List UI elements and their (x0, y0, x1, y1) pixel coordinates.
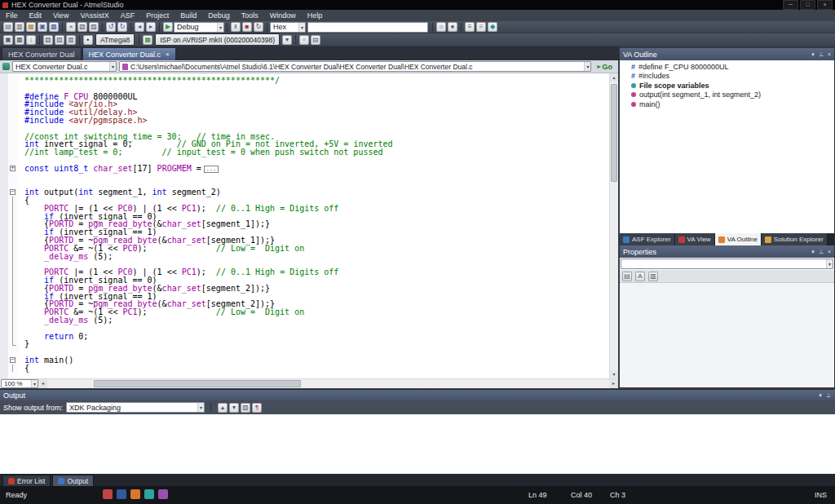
navigate-forward-icon[interactable]: ▸ (146, 22, 156, 32)
chevron-down-icon[interactable]: ▾ (584, 62, 590, 71)
open-file-icon[interactable]: ▦ (26, 22, 36, 32)
program-device-icon[interactable]: ↓ (26, 35, 36, 45)
scroll-right-icon[interactable]: ▸ (609, 379, 618, 388)
taskbar-icon-5[interactable] (158, 489, 168, 499)
maximize-button[interactable]: □ (800, 0, 815, 10)
vertical-scrollbar-thumb[interactable] (611, 84, 617, 182)
processor-status-icon[interactable]: ▫ (299, 35, 309, 45)
output-source-combo[interactable]: XDK Packaging ▾ (66, 402, 205, 413)
tool-options-icon[interactable]: ▾ (282, 35, 292, 45)
code-line[interactable]: ****************************************… (0, 77, 609, 85)
cut-icon[interactable]: × (66, 22, 76, 32)
start-debug-icon[interactable]: ▶ (163, 22, 173, 32)
menu-vassistx[interactable]: VAssistX (74, 10, 114, 21)
output-content[interactable] (0, 414, 835, 474)
solution-configuration-combo[interactable]: Debug▾ (174, 22, 224, 33)
scroll-down-icon[interactable]: ▾ (610, 370, 618, 378)
outline-item-output[interactable]: output(int segment_1, int segment_2) (620, 91, 834, 100)
taskbar-icon-4[interactable] (144, 489, 154, 499)
fold-collapse-icon[interactable]: − (10, 357, 15, 363)
chip-icon[interactable]: ▪ (83, 35, 93, 45)
va-goto-icon[interactable] (2, 63, 10, 70)
menu-asf[interactable]: ASF (115, 10, 141, 21)
tool-icon[interactable]: ▦ (143, 35, 152, 45)
close-icon[interactable]: × (828, 245, 831, 258)
device-programming-icon[interactable]: ▧ (43, 35, 53, 45)
code-line[interactable]: −int main() (0, 356, 609, 365)
scroll-left-icon[interactable]: ◂ (38, 379, 47, 388)
save-all-icon[interactable]: ▩ (49, 22, 59, 32)
build-project-icon[interactable]: ▣ (3, 35, 13, 45)
horizontal-scrollbar-thumb[interactable] (94, 380, 301, 387)
pin-icon[interactable]: ⊥ (826, 389, 831, 401)
zoom-combo[interactable]: 100 % ▾ (1, 379, 38, 388)
tool-tab-output[interactable]: Output (52, 475, 94, 486)
menu-build[interactable]: Build (175, 10, 202, 21)
tab-hex-converter-dual[interactable]: HEX Converter Dual (2, 47, 82, 60)
tab-close-icon[interactable]: × (166, 51, 170, 58)
programmer-selector[interactable]: ISP on AVRISP mkII (000200040398) (155, 33, 280, 46)
chevron-down-icon[interactable]: ▾ (298, 23, 305, 32)
build-solution-icon[interactable]: ▩ (15, 35, 24, 45)
find-icon[interactable]: ○ (436, 22, 446, 32)
code-line[interactable] (0, 348, 609, 356)
code-line[interactable]: } (0, 340, 609, 348)
chevron-down-icon[interactable]: ▾ (217, 23, 223, 32)
menu-window[interactable]: Window (264, 10, 302, 21)
device-selector[interactable]: ATmega8 (95, 33, 135, 46)
panel-tab-va-view[interactable]: VA View (675, 233, 715, 245)
editor-vertical-scrollbar[interactable]: ▴ ▾ (609, 73, 618, 378)
navigate-back-icon[interactable]: ◂ (135, 22, 144, 32)
panel-menu-icon[interactable]: ▾ (811, 245, 815, 258)
outline-item-define-f-cpu-8000000ul[interactable]: ##define F_CPU 8000000UL (620, 62, 834, 72)
code-line[interactable]: +const uint8_t char_set[17] PROGMEM =... (0, 165, 609, 173)
outline-item-file-scope-variables[interactable]: File scope variables (620, 81, 834, 91)
redo-icon[interactable]: ↻ (117, 22, 127, 32)
property-pages-icon[interactable]: ▥ (648, 272, 658, 281)
code-line[interactable] (0, 173, 609, 181)
scroll-up-icon[interactable]: ▴ (610, 73, 618, 82)
word-wrap-icon[interactable]: ¶ (252, 403, 262, 413)
copy-icon[interactable]: ▧ (77, 22, 87, 32)
close-icon[interactable]: × (828, 48, 831, 60)
menu-tools[interactable]: Tools (236, 10, 264, 21)
taskbar-icon-3[interactable] (130, 489, 140, 499)
uncomment-lines-icon[interactable]: ≡ (476, 22, 486, 32)
clear-all-icon[interactable]: ▨ (241, 403, 250, 413)
outline-item-main[interactable]: main() (620, 99, 834, 109)
editor-horizontal-scrollbar[interactable]: ◂ ▸ (38, 379, 618, 388)
undo-icon[interactable]: ↺ (106, 22, 116, 32)
taskbar-icon-1[interactable] (103, 489, 113, 499)
chevron-down-icon[interactable]: ▾ (197, 403, 204, 412)
chevron-down-icon[interactable]: ▾ (109, 62, 116, 71)
panel-menu-icon[interactable]: ▾ (811, 48, 815, 60)
toggle-bookmark-icon[interactable]: ◆ (488, 22, 497, 32)
code-line[interactable]: { (0, 365, 609, 373)
menu-edit[interactable]: Edit (24, 10, 48, 21)
file-path-combo[interactable]: C:\Users\michael\Documents\Atmel Studio\… (119, 61, 591, 72)
firmware-upgrade-icon[interactable]: ▥ (66, 35, 76, 45)
new-file-icon[interactable]: ▤ (3, 22, 13, 32)
panel-tab-va-outline[interactable]: VA Outline (715, 233, 762, 245)
context-combo[interactable]: HEX Converter Dual.c ▾ (12, 61, 117, 72)
code-line[interactable]: −int output(int segment_1, int segment_2… (0, 188, 609, 197)
save-icon[interactable]: ▣ (38, 22, 47, 32)
go-button[interactable]: ▸ Go (594, 63, 616, 71)
minimize-button[interactable]: ─ (783, 0, 798, 10)
chevron-down-icon[interactable]: ▾ (826, 259, 833, 268)
menu-file[interactable]: File (0, 10, 24, 21)
pin-icon[interactable]: ⊥ (819, 48, 824, 60)
add-item-icon[interactable]: ▥ (15, 22, 24, 32)
stop-debug-icon[interactable]: ■ (242, 22, 252, 32)
panel-menu-icon[interactable]: ▾ (819, 389, 822, 401)
menu-project[interactable]: Project (140, 10, 175, 21)
paste-icon[interactable]: ▨ (89, 22, 99, 32)
close-button[interactable]: × (817, 0, 833, 10)
comment-lines-icon[interactable]: ≡ (465, 22, 475, 32)
restart-debug-icon[interactable]: ↻ (254, 22, 263, 32)
code-line[interactable]: _delay_ms (5); (0, 253, 609, 261)
start-simulator-icon[interactable]: ▨ (55, 35, 64, 45)
pin-icon[interactable]: ⊥ (819, 245, 824, 258)
code-editor[interactable]: HEX Converter Dual.c ▾ C:\Users\michael\… (0, 60, 618, 388)
properties-object-combo[interactable]: ▾ (621, 259, 833, 269)
